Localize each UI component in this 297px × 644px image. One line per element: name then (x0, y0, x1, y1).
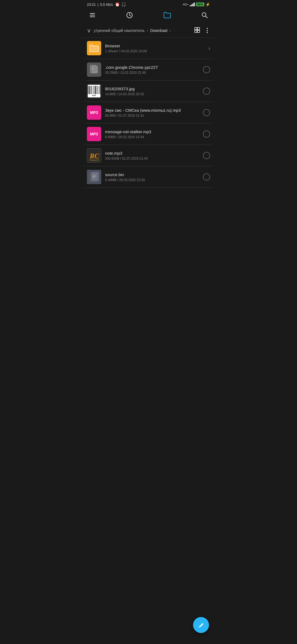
svg-rect-15 (93, 66, 98, 73)
select-checkbox[interactable] (203, 152, 210, 159)
mp3-label: MP3 (90, 110, 98, 115)
status-speed: 0,5 КБ/с (100, 2, 113, 7)
image-icon: 8016 (87, 84, 101, 98)
file-info: message-ost-stalker.mp3 6.69КВ I 26.02.2… (105, 129, 199, 139)
more-options-button[interactable]: ⋮ (204, 27, 210, 34)
file-info: .com.google.Chrome.ypc22T 35.25КВ I 13.0… (105, 65, 199, 75)
breadcrumb-parent[interactable]: утренний общий накопитель (94, 28, 145, 33)
file-meta: 80.9КВ I 01.07.2019 21:41 (105, 114, 199, 118)
file-name: 8016209373.jpg (105, 86, 199, 91)
svg-rect-6 (195, 28, 197, 30)
mp3-custom-icon: RC (87, 148, 101, 163)
breadcrumb: утренний общий накопитель › Download › (94, 28, 193, 33)
mp3-label: MP3 (90, 132, 98, 136)
charging-icon: ⚡ (205, 2, 210, 7)
search-button[interactable] (201, 12, 208, 20)
status-left: 23:21 | 0,5 КБ/с ⏰ 🎧 (87, 2, 126, 7)
svg-rect-9 (197, 30, 200, 32)
file-name: Browser (105, 43, 205, 48)
file-meta: 14.8КВ I 14.02.2020 20:33 (105, 92, 199, 96)
mp3-icon: MP3 (87, 127, 101, 141)
rc-logo: RC (88, 149, 100, 162)
svg-rect-8 (195, 30, 197, 32)
breadcrumb-separator: › (147, 28, 148, 33)
list-item[interactable]: MP3 Звук смс - СМСка (www.mixmuz.ru).mp3… (82, 102, 215, 123)
svg-rect-21 (92, 175, 96, 175)
svg-rect-23 (92, 178, 95, 178)
file-meta: 5.44МВ I 26.03.2020 23:20 (105, 178, 199, 182)
svg-rect-22 (92, 176, 96, 177)
breadcrumb-actions: ⋮ (194, 27, 210, 34)
doc-icon (87, 62, 101, 77)
select-checkbox[interactable] (203, 66, 210, 73)
signal-icon (190, 2, 195, 6)
select-checkbox[interactable] (203, 173, 210, 181)
breadcrumb-chevron-down[interactable]: ∨ (87, 27, 91, 34)
status-right: 4G+ 92% ⚡ (183, 2, 210, 7)
file-info: Browser 1 объект I 04.02.2020 10:09 (105, 43, 205, 53)
file-name: message-ost-stalker.mp3 (105, 129, 199, 134)
file-info: source.bin 5.44МВ I 26.03.2020 23:20 (105, 172, 199, 182)
file-name: source.bin (105, 172, 199, 177)
history-button[interactable] (126, 12, 133, 20)
headphone-icon: 🎧 (121, 2, 126, 7)
list-item[interactable]: MP3 message-ost-stalker.mp3 6.69КВ I 26.… (82, 124, 215, 145)
network-type: 4G+ (183, 3, 189, 6)
file-meta: 35.25КВ I 13.02.2020 22:48 (105, 71, 199, 75)
divider (87, 188, 210, 188)
file-name: Звук смс - СМСка (www.mixmuz.ru).mp3 (105, 108, 199, 113)
status-bar: 23:21 | 0,5 КБ/с ⏰ 🎧 4G+ 92% ⚡ (82, 0, 215, 8)
file-name: .com.google.Chrome.ypc22T (105, 65, 199, 70)
svg-line-5 (205, 16, 207, 18)
list-item[interactable]: .com.google.Chrome.ypc22T 35.25КВ I 13.0… (82, 59, 215, 80)
grid-view-button[interactable] (194, 27, 200, 34)
breadcrumb-arrow: › (169, 28, 171, 33)
list-item[interactable]: Browser 1 объект I 04.02.2020 10:09 › (82, 38, 215, 59)
battery-icon: 92% (196, 2, 204, 6)
folder-icon (87, 41, 101, 55)
top-nav (82, 8, 215, 24)
clock-icon: ⏰ (115, 2, 120, 7)
select-checkbox[interactable] (203, 109, 210, 116)
doc-icon (87, 170, 101, 184)
file-info: note.mp3 200.81КВ I 01.07.2019 21:44 (105, 151, 199, 160)
file-meta: 200.81КВ I 01.07.2019 21:44 (105, 157, 199, 160)
list-item[interactable]: RC note.mp3 200.81КВ I 01.07.2019 21:44 (82, 145, 215, 166)
fab-button[interactable] (193, 617, 209, 633)
menu-button[interactable] (89, 12, 96, 20)
file-list: Browser 1 объект I 04.02.2020 10:09 › .c… (82, 38, 215, 188)
file-info: Звук смс - СМСка (www.mixmuz.ru).mp3 80.… (105, 108, 199, 118)
select-checkbox[interactable] (203, 130, 210, 138)
folder-button[interactable] (163, 12, 171, 20)
breadcrumb-current: Download (150, 28, 167, 33)
chevron-right-icon: › (208, 45, 210, 51)
svg-rect-7 (197, 28, 200, 30)
svg-text:RC: RC (89, 152, 99, 160)
file-meta: 6.69КВ I 26.02.2020 15:34 (105, 135, 199, 139)
mp3-icon: MP3 (87, 105, 101, 120)
select-checkbox[interactable] (203, 88, 210, 95)
breadcrumb-bar: ∨ утренний общий накопитель › Download ›… (82, 24, 215, 38)
file-meta: 1 объект I 04.02.2020 10:09 (105, 49, 205, 53)
list-item[interactable]: source.bin 5.44МВ I 26.03.2020 23:20 (82, 167, 215, 188)
status-time: 23:21 (87, 2, 96, 7)
list-item[interactable]: 8016 8016209373.jpg 14.8КВ I 14.02.2020 … (82, 81, 215, 102)
file-info: 8016209373.jpg 14.8КВ I 14.02.2020 20:33 (105, 86, 199, 96)
file-name: note.mp3 (105, 151, 199, 155)
